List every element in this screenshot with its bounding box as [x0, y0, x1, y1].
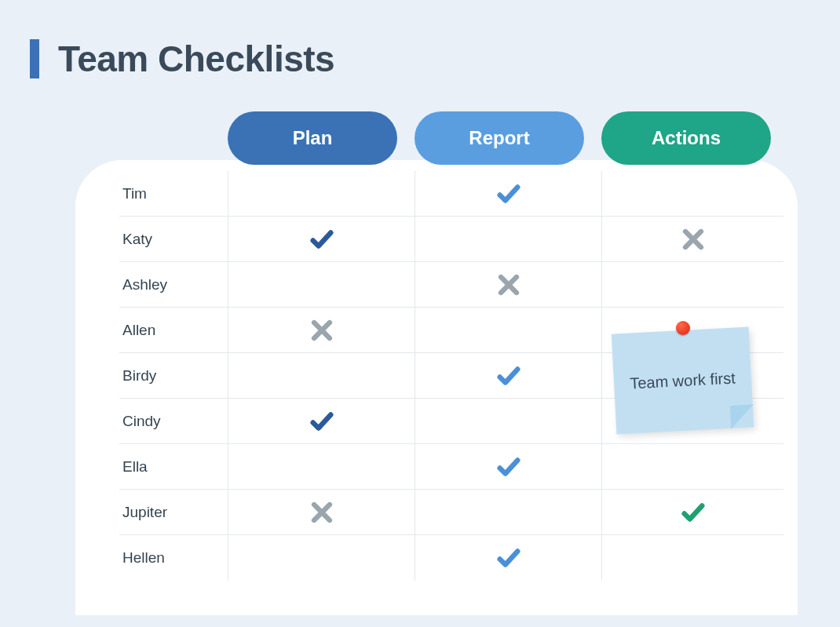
sticky-note-text: Team work first: [630, 367, 736, 395]
check-icon: [309, 408, 335, 435]
actions-cell: [601, 262, 783, 307]
actions-cell: [601, 535, 783, 581]
report-cell: [415, 490, 601, 534]
x-icon: [309, 499, 335, 526]
table-row: Hellen: [119, 535, 783, 581]
name-cell: Hellen: [119, 549, 228, 567]
table-row: Ella: [119, 444, 783, 490]
check-icon: [495, 454, 522, 480]
report-cell: [415, 308, 601, 352]
plan-cell: [228, 490, 415, 534]
plan-cell: [228, 353, 415, 398]
name-cell: Jupiter: [119, 504, 228, 521]
sticky-note-body: Team work first: [612, 327, 754, 435]
header-actions: Actions: [601, 111, 771, 165]
x-icon: [495, 272, 522, 298]
name-cell: Ella: [119, 458, 228, 476]
title-accent: [30, 39, 39, 78]
name-cell: Cindy: [119, 413, 228, 430]
check-icon: [309, 226, 335, 253]
actions-cell: [601, 490, 783, 534]
report-cell: [415, 399, 601, 443]
report-cell: [415, 535, 601, 581]
report-cell: [415, 262, 601, 307]
actions-cell: [601, 444, 783, 489]
page-title-bar: Team Checklists: [0, 0, 840, 80]
table-row: Ashley: [119, 262, 783, 308]
x-icon: [680, 226, 707, 253]
name-cell: Katy: [119, 231, 228, 248]
column-headers: Plan Report Actions: [228, 111, 771, 165]
plan-cell: [228, 171, 415, 216]
plan-cell: [228, 444, 415, 489]
plan-cell: [228, 308, 415, 352]
check-icon: [495, 180, 522, 207]
name-cell: Birdy: [119, 367, 228, 385]
header-report: Report: [415, 111, 584, 165]
actions-cell: [601, 171, 783, 216]
check-icon: [495, 545, 522, 571]
sticky-note: Team work first: [614, 330, 751, 440]
plan-cell: [228, 399, 415, 443]
name-cell: Ashley: [119, 276, 228, 293]
name-cell: Tim: [119, 185, 228, 202]
name-cell: Allen: [119, 322, 228, 339]
report-cell: [415, 353, 601, 398]
check-icon: [680, 499, 707, 526]
plan-cell: [228, 217, 415, 261]
report-cell: [415, 217, 601, 261]
x-icon: [309, 317, 335, 344]
check-icon: [495, 363, 522, 389]
table-row: Jupiter: [119, 490, 783, 535]
report-cell: [415, 444, 601, 489]
pin-icon: [676, 321, 690, 335]
header-plan: Plan: [228, 111, 397, 165]
plan-cell: [228, 262, 415, 307]
table-row: Tim: [119, 171, 783, 217]
note-fold: [730, 404, 755, 429]
report-cell: [415, 171, 601, 216]
actions-cell: [601, 217, 783, 261]
table-row: Katy: [119, 217, 783, 262]
page-title: Team Checklists: [58, 38, 334, 80]
plan-cell: [228, 535, 415, 581]
